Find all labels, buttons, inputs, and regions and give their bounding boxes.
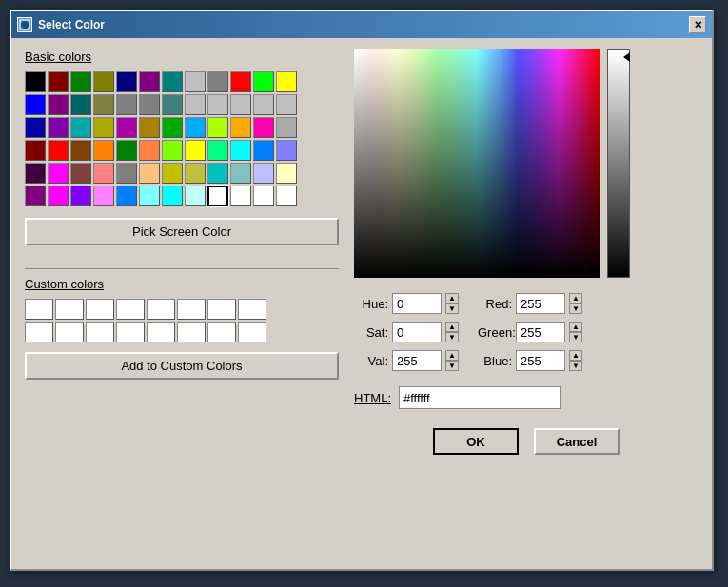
- basic-color-cell[interactable]: [25, 186, 46, 206]
- green-input[interactable]: [516, 322, 565, 342]
- basic-color-cell[interactable]: [276, 163, 297, 184]
- custom-color-cell[interactable]: [55, 299, 84, 320]
- blue-input[interactable]: [516, 350, 565, 371]
- custom-color-cell[interactable]: [116, 299, 145, 320]
- red-down[interactable]: ▼: [569, 303, 582, 314]
- close-button[interactable]: ✕: [689, 16, 706, 33]
- basic-color-cell[interactable]: [93, 94, 114, 115]
- basic-color-cell[interactable]: [253, 140, 274, 161]
- basic-color-cell[interactable]: [139, 117, 160, 138]
- basic-color-cell[interactable]: [230, 186, 251, 206]
- basic-color-cell[interactable]: [185, 163, 206, 184]
- basic-color-cell[interactable]: [230, 140, 251, 161]
- add-to-custom-colors-button[interactable]: Add to Custom Colors: [25, 352, 339, 380]
- custom-color-cell[interactable]: [238, 322, 266, 342]
- basic-color-cell[interactable]: [276, 140, 297, 161]
- basic-color-cell[interactable]: [139, 94, 160, 115]
- val-input[interactable]: [392, 350, 442, 371]
- basic-color-cell[interactable]: [116, 71, 137, 92]
- basic-color-cell[interactable]: [70, 140, 91, 161]
- blue-down[interactable]: ▼: [569, 361, 582, 371]
- basic-color-cell[interactable]: [116, 117, 137, 138]
- basic-color-cell[interactable]: [93, 163, 114, 184]
- basic-color-cell[interactable]: [207, 94, 228, 115]
- green-spinner[interactable]: ▲ ▼: [569, 322, 582, 342]
- basic-color-cell[interactable]: [93, 117, 114, 138]
- spectrum-canvas[interactable]: [354, 49, 600, 278]
- basic-color-cell[interactable]: [276, 71, 297, 92]
- basic-color-cell[interactable]: [93, 71, 114, 92]
- basic-color-cell[interactable]: [162, 186, 183, 206]
- basic-color-cell[interactable]: [185, 140, 206, 161]
- basic-color-cell[interactable]: [48, 163, 69, 184]
- basic-color-cell[interactable]: [253, 163, 274, 184]
- red-spinner[interactable]: ▲ ▼: [569, 293, 582, 314]
- basic-color-cell[interactable]: [25, 163, 46, 184]
- custom-color-cell[interactable]: [177, 322, 206, 342]
- basic-color-cell[interactable]: [139, 186, 160, 206]
- basic-color-cell[interactable]: [253, 117, 274, 138]
- basic-color-cell[interactable]: [48, 117, 69, 138]
- basic-color-cell[interactable]: [25, 117, 46, 138]
- basic-color-cell[interactable]: [48, 140, 69, 161]
- basic-color-cell[interactable]: [253, 186, 274, 206]
- custom-color-cell[interactable]: [116, 322, 145, 342]
- basic-color-cell[interactable]: [48, 71, 69, 92]
- basic-color-cell[interactable]: [207, 117, 228, 138]
- basic-color-cell[interactable]: [230, 71, 251, 92]
- custom-color-cell[interactable]: [147, 322, 175, 342]
- basic-color-cell[interactable]: [276, 117, 297, 138]
- val-spinner[interactable]: ▲ ▼: [445, 350, 459, 371]
- custom-color-cell[interactable]: [177, 299, 206, 320]
- basic-color-cell[interactable]: [253, 94, 274, 115]
- red-up[interactable]: ▲: [569, 293, 582, 303]
- basic-color-cell[interactable]: [276, 94, 297, 115]
- hue-down[interactable]: ▼: [445, 303, 459, 314]
- custom-color-cell[interactable]: [207, 322, 236, 342]
- custom-color-cell[interactable]: [86, 322, 114, 342]
- basic-color-cell[interactable]: [48, 186, 69, 206]
- basic-color-cell[interactable]: [230, 94, 251, 115]
- basic-color-cell[interactable]: [116, 140, 137, 161]
- sat-spinner[interactable]: ▲ ▼: [445, 322, 459, 342]
- basic-color-cell[interactable]: [93, 140, 114, 161]
- basic-color-cell[interactable]: [139, 140, 160, 161]
- sat-up[interactable]: ▲: [445, 322, 459, 332]
- basic-color-cell[interactable]: [207, 140, 228, 161]
- basic-color-cell[interactable]: [276, 186, 297, 206]
- basic-color-cell[interactable]: [162, 117, 183, 138]
- basic-color-cell[interactable]: [70, 163, 91, 184]
- brightness-slider[interactable]: [607, 49, 630, 278]
- basic-color-cell[interactable]: [185, 71, 206, 92]
- basic-color-cell[interactable]: [48, 94, 69, 115]
- basic-color-cell[interactable]: [139, 71, 160, 92]
- basic-color-cell[interactable]: [116, 94, 137, 115]
- basic-color-cell[interactable]: [185, 117, 206, 138]
- custom-color-cell[interactable]: [86, 299, 114, 320]
- basic-color-cell[interactable]: [93, 186, 114, 206]
- sat-down[interactable]: ▼: [445, 332, 459, 342]
- custom-color-cell[interactable]: [207, 299, 236, 320]
- basic-color-cell[interactable]: [116, 186, 137, 206]
- custom-color-cell[interactable]: [25, 322, 53, 342]
- basic-color-cell[interactable]: [139, 163, 160, 184]
- basic-color-cell[interactable]: [230, 163, 251, 184]
- green-down[interactable]: ▼: [569, 332, 582, 342]
- hue-input[interactable]: [392, 293, 442, 314]
- green-up[interactable]: ▲: [569, 322, 582, 332]
- basic-color-cell[interactable]: [185, 186, 206, 206]
- cancel-button[interactable]: Cancel: [534, 428, 620, 455]
- sat-input[interactable]: [392, 322, 442, 342]
- basic-color-cell[interactable]: [25, 140, 46, 161]
- basic-color-cell[interactable]: [70, 94, 91, 115]
- pick-screen-color-button[interactable]: Pick Screen Color: [25, 218, 339, 245]
- basic-color-cell[interactable]: [70, 186, 91, 206]
- basic-color-cell[interactable]: [207, 163, 228, 184]
- basic-color-cell[interactable]: [162, 71, 183, 92]
- html-input[interactable]: [399, 386, 561, 409]
- red-input[interactable]: [516, 293, 565, 314]
- ok-button[interactable]: OK: [433, 428, 519, 455]
- basic-color-cell[interactable]: [207, 71, 228, 92]
- custom-color-cell[interactable]: [238, 299, 266, 320]
- basic-color-cell[interactable]: [162, 94, 183, 115]
